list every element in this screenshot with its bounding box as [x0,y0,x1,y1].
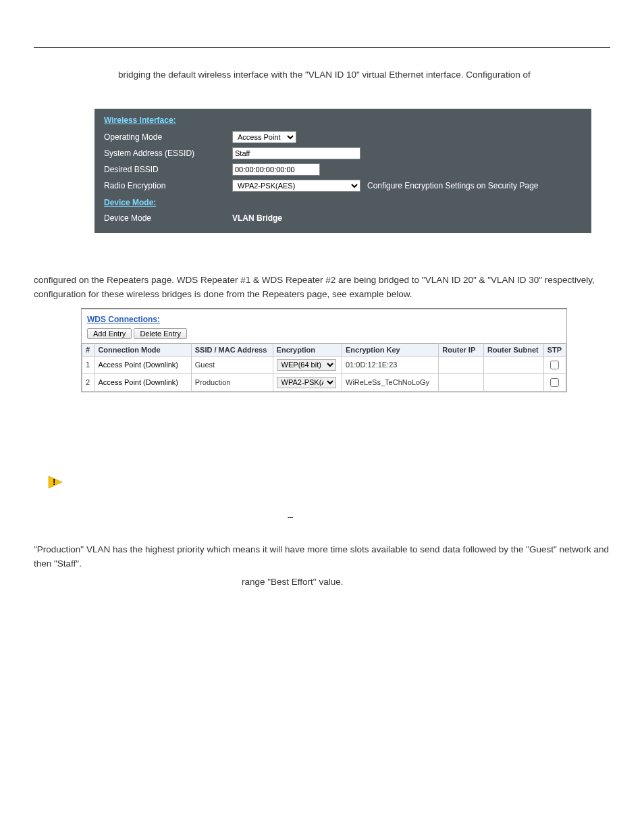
wireless-interface-heading: Wireless Interface: [104,115,582,125]
essid-label: System Address (ESSID) [104,149,232,158]
dash-separator: – [34,511,293,522]
row2-router-subnet [483,373,543,391]
row2-encryption-select[interactable]: WPA2-PSK(AES) [277,377,336,388]
th-connection-mode: Connection Mode [95,343,191,356]
essid-row: System Address (ESSID) [104,145,582,161]
row2-stp-checkbox[interactable] [550,378,559,387]
th-num: # [82,343,95,356]
best-effort-line: range "Best Effort" value. [34,577,610,587]
row1-key: 01:0D:12:1E:23 [342,356,439,373]
wds-connections-heading: WDS Connections: [87,315,561,324]
configure-encryption-link[interactable]: Configure Encryption Settings on Securit… [367,181,538,190]
device-mode-heading: Device Mode: [104,198,582,207]
row1-stp-checkbox[interactable] [550,361,559,369]
row1-router-ip [439,356,484,373]
th-ssid: SSID / MAC Address [191,343,273,356]
th-encryption: Encryption [273,343,342,356]
row1-ssid: Guest [191,356,273,373]
th-key: Encryption Key [342,343,439,356]
row2-ssid: Production [191,373,273,391]
intro-paragraph: bridging the default wireless interface … [34,68,610,82]
warning-icon: ! [47,473,610,491]
mid-paragraph: configured on the Repeaters page. WDS Re… [34,273,610,301]
essid-input[interactable] [232,147,360,159]
operating-mode-label: Operating Mode [104,132,232,142]
top-divider [34,47,610,48]
row2-num: 2 [82,373,95,391]
encryption-select[interactable]: WPA2-PSK(AES) [232,180,360,192]
lower-paragraph: "Production" VLAN has the highest priori… [34,542,610,571]
row2-router-ip [439,373,484,391]
operating-mode-row: Operating Mode Access Point [104,129,582,145]
wds-connections-box: WDS Connections: Add Entry Delete Entry … [81,308,567,392]
delete-entry-button[interactable]: Delete Entry [134,328,187,339]
bssid-row: Desired BSSID [104,161,582,178]
encryption-label: Radio Encryption [104,181,232,190]
add-entry-button[interactable]: Add Entry [87,328,132,339]
row1-encryption-select[interactable]: WEP(64 bit) [277,359,336,371]
device-mode-value: VLAN Bridge [232,213,282,223]
device-mode-row: Device Mode VLAN Bridge [104,211,582,225]
table-row: 2 Access Point (Downlink) Production WPA… [82,373,566,391]
row2-connection-mode-select[interactable]: Access Point (Downlink) [98,378,187,386]
bssid-label: Desired BSSID [104,165,232,174]
svg-text:!: ! [53,477,55,487]
th-stp: STP [543,343,566,356]
wireless-interface-panel: Wireless Interface: Operating Mode Acces… [95,109,591,233]
row1-router-subnet [483,356,543,373]
encryption-row: Radio Encryption WPA2-PSK(AES) Configure… [104,178,582,194]
wds-table: # Connection Mode SSID / MAC Address Enc… [82,343,566,392]
th-router-ip: Router IP [439,343,484,356]
row1-num: 1 [82,356,95,373]
operating-mode-select[interactable]: Access Point [232,131,296,143]
bssid-input[interactable] [232,163,320,176]
device-mode-label: Device Mode [104,213,171,223]
th-router-subnet: Router Subnet [483,343,543,356]
row1-connection-mode-select[interactable]: Access Point (Downlink) [98,361,187,369]
table-row: 1 Access Point (Downlink) Guest WEP(64 b… [82,356,566,373]
row2-key: WiReLeSs_TeChNoLoGy [342,373,439,391]
